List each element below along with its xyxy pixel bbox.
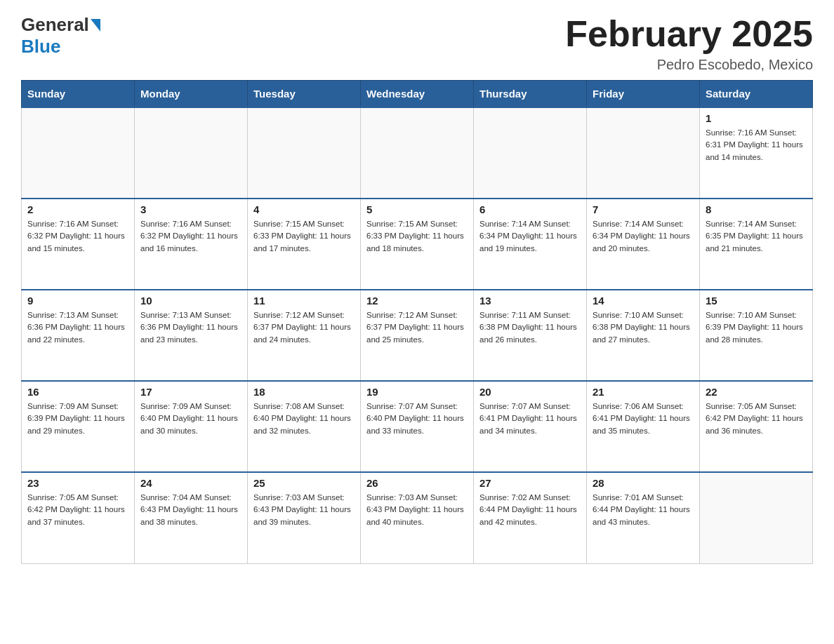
- day-info: Sunrise: 7:03 AM Sunset: 6:43 PM Dayligh…: [253, 492, 355, 528]
- day-number: 7: [593, 203, 694, 215]
- table-row: 8Sunrise: 7:14 AM Sunset: 6:35 PM Daylig…: [700, 199, 813, 290]
- day-info: Sunrise: 7:15 AM Sunset: 6:33 PM Dayligh…: [253, 218, 355, 255]
- day-number: 18: [253, 386, 355, 398]
- table-row: 9Sunrise: 7:13 AM Sunset: 6:36 PM Daylig…: [22, 290, 135, 381]
- table-row: 7Sunrise: 7:14 AM Sunset: 6:34 PM Daylig…: [587, 199, 700, 290]
- col-friday: Friday: [587, 81, 700, 108]
- table-row: 12Sunrise: 7:12 AM Sunset: 6:37 PM Dayli…: [361, 290, 474, 381]
- table-row: [22, 107, 135, 199]
- table-row: 22Sunrise: 7:05 AM Sunset: 6:42 PM Dayli…: [700, 381, 813, 472]
- day-info: Sunrise: 7:12 AM Sunset: 6:37 PM Dayligh…: [366, 309, 468, 346]
- day-info: Sunrise: 7:09 AM Sunset: 6:40 PM Dayligh…: [140, 401, 241, 437]
- day-info: Sunrise: 7:11 AM Sunset: 6:38 PM Dayligh…: [479, 309, 581, 346]
- day-info: Sunrise: 7:14 AM Sunset: 6:35 PM Dayligh…: [706, 218, 807, 255]
- day-number: 10: [140, 295, 241, 307]
- location-subtitle: Pedro Escobedo, Mexico: [565, 57, 813, 73]
- day-info: Sunrise: 7:16 AM Sunset: 6:32 PM Dayligh…: [27, 218, 128, 255]
- day-number: 26: [366, 477, 468, 489]
- day-info: Sunrise: 7:07 AM Sunset: 6:40 PM Dayligh…: [366, 401, 468, 437]
- day-number: 6: [479, 203, 581, 215]
- table-row: 1Sunrise: 7:16 AM Sunset: 6:31 PM Daylig…: [700, 107, 813, 199]
- day-info: Sunrise: 7:05 AM Sunset: 6:42 PM Dayligh…: [706, 401, 807, 437]
- day-number: 28: [593, 477, 694, 489]
- table-row: [700, 472, 813, 563]
- table-row: 20Sunrise: 7:07 AM Sunset: 6:41 PM Dayli…: [474, 381, 587, 472]
- table-row: 23Sunrise: 7:05 AM Sunset: 6:42 PM Dayli…: [22, 472, 135, 563]
- day-info: Sunrise: 7:05 AM Sunset: 6:42 PM Dayligh…: [27, 492, 128, 528]
- table-row: 16Sunrise: 7:09 AM Sunset: 6:39 PM Dayli…: [22, 381, 135, 472]
- table-row: 10Sunrise: 7:13 AM Sunset: 6:36 PM Dayli…: [135, 290, 248, 381]
- page-header: General Blue February 2025 Pedro Escobed…: [21, 14, 813, 73]
- day-number: 2: [27, 203, 128, 215]
- table-row: 24Sunrise: 7:04 AM Sunset: 6:43 PM Dayli…: [135, 472, 248, 563]
- day-info: Sunrise: 7:03 AM Sunset: 6:43 PM Dayligh…: [366, 492, 468, 528]
- table-row: 6Sunrise: 7:14 AM Sunset: 6:34 PM Daylig…: [474, 199, 587, 290]
- logo-general-text: General: [21, 14, 89, 36]
- day-number: 5: [366, 203, 468, 215]
- day-info: Sunrise: 7:07 AM Sunset: 6:41 PM Dayligh…: [479, 401, 581, 437]
- table-row: 17Sunrise: 7:09 AM Sunset: 6:40 PM Dayli…: [135, 381, 248, 472]
- week-row-2: 2Sunrise: 7:16 AM Sunset: 6:32 PM Daylig…: [22, 199, 813, 290]
- table-row: [587, 107, 700, 199]
- day-number: 25: [253, 477, 355, 489]
- day-number: 21: [593, 386, 694, 398]
- day-number: 9: [27, 295, 128, 307]
- day-info: Sunrise: 7:12 AM Sunset: 6:37 PM Dayligh…: [253, 309, 355, 346]
- day-number: 15: [706, 295, 807, 307]
- day-number: 19: [366, 386, 468, 398]
- week-row-4: 16Sunrise: 7:09 AM Sunset: 6:39 PM Dayli…: [22, 381, 813, 472]
- day-info: Sunrise: 7:09 AM Sunset: 6:39 PM Dayligh…: [27, 401, 128, 437]
- day-info: Sunrise: 7:01 AM Sunset: 6:44 PM Dayligh…: [593, 492, 694, 528]
- col-tuesday: Tuesday: [248, 81, 361, 108]
- day-info: Sunrise: 7:14 AM Sunset: 6:34 PM Dayligh…: [479, 218, 581, 255]
- month-title: February 2025: [565, 14, 813, 54]
- day-info: Sunrise: 7:02 AM Sunset: 6:44 PM Dayligh…: [479, 492, 581, 528]
- calendar-header-row: Sunday Monday Tuesday Wednesday Thursday…: [22, 81, 813, 108]
- day-number: 14: [593, 295, 694, 307]
- table-row: 26Sunrise: 7:03 AM Sunset: 6:43 PM Dayli…: [361, 472, 474, 563]
- col-monday: Monday: [135, 81, 248, 108]
- logo: General Blue: [21, 14, 102, 58]
- week-row-5: 23Sunrise: 7:05 AM Sunset: 6:42 PM Dayli…: [22, 472, 813, 563]
- table-row: 19Sunrise: 7:07 AM Sunset: 6:40 PM Dayli…: [361, 381, 474, 472]
- table-row: 21Sunrise: 7:06 AM Sunset: 6:41 PM Dayli…: [587, 381, 700, 472]
- week-row-3: 9Sunrise: 7:13 AM Sunset: 6:36 PM Daylig…: [22, 290, 813, 381]
- table-row: 25Sunrise: 7:03 AM Sunset: 6:43 PM Dayli…: [248, 472, 361, 563]
- table-row: 13Sunrise: 7:11 AM Sunset: 6:38 PM Dayli…: [474, 290, 587, 381]
- table-row: 15Sunrise: 7:10 AM Sunset: 6:39 PM Dayli…: [700, 290, 813, 381]
- day-number: 17: [140, 386, 241, 398]
- day-number: 24: [140, 477, 241, 489]
- day-number: 11: [253, 295, 355, 307]
- day-info: Sunrise: 7:04 AM Sunset: 6:43 PM Dayligh…: [140, 492, 241, 528]
- table-row: [135, 107, 248, 199]
- table-row: 28Sunrise: 7:01 AM Sunset: 6:44 PM Dayli…: [587, 472, 700, 563]
- table-row: [474, 107, 587, 199]
- table-row: 14Sunrise: 7:10 AM Sunset: 6:38 PM Dayli…: [587, 290, 700, 381]
- col-saturday: Saturday: [700, 81, 813, 108]
- day-number: 13: [479, 295, 581, 307]
- logo-blue-text: Blue: [21, 36, 60, 58]
- day-info: Sunrise: 7:16 AM Sunset: 6:32 PM Dayligh…: [140, 218, 241, 255]
- title-section: February 2025 Pedro Escobedo, Mexico: [565, 14, 813, 73]
- table-row: 11Sunrise: 7:12 AM Sunset: 6:37 PM Dayli…: [248, 290, 361, 381]
- table-row: 27Sunrise: 7:02 AM Sunset: 6:44 PM Dayli…: [474, 472, 587, 563]
- day-number: 22: [706, 386, 807, 398]
- day-number: 16: [27, 386, 128, 398]
- day-number: 12: [366, 295, 468, 307]
- day-info: Sunrise: 7:13 AM Sunset: 6:36 PM Dayligh…: [27, 309, 128, 346]
- day-info: Sunrise: 7:14 AM Sunset: 6:34 PM Dayligh…: [593, 218, 694, 255]
- calendar-table: Sunday Monday Tuesday Wednesday Thursday…: [21, 80, 813, 564]
- day-number: 20: [479, 386, 581, 398]
- col-sunday: Sunday: [22, 81, 135, 108]
- day-info: Sunrise: 7:06 AM Sunset: 6:41 PM Dayligh…: [593, 401, 694, 437]
- table-row: [361, 107, 474, 199]
- col-wednesday: Wednesday: [361, 81, 474, 108]
- day-info: Sunrise: 7:15 AM Sunset: 6:33 PM Dayligh…: [366, 218, 468, 255]
- table-row: [248, 107, 361, 199]
- day-info: Sunrise: 7:10 AM Sunset: 6:39 PM Dayligh…: [706, 309, 807, 346]
- col-thursday: Thursday: [474, 81, 587, 108]
- day-number: 8: [706, 203, 807, 215]
- day-number: 27: [479, 477, 581, 489]
- table-row: 2Sunrise: 7:16 AM Sunset: 6:32 PM Daylig…: [22, 199, 135, 290]
- day-number: 1: [706, 112, 807, 124]
